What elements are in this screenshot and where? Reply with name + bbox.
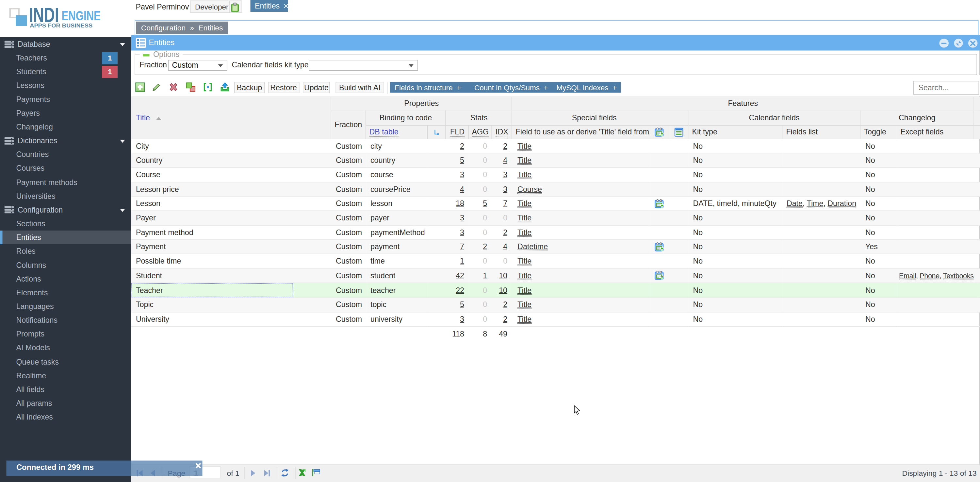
- svg-text:ENGINE: ENGINE: [62, 8, 100, 23]
- svg-text:APPS FOR BUSINESS: APPS FOR BUSINESS: [30, 22, 92, 29]
